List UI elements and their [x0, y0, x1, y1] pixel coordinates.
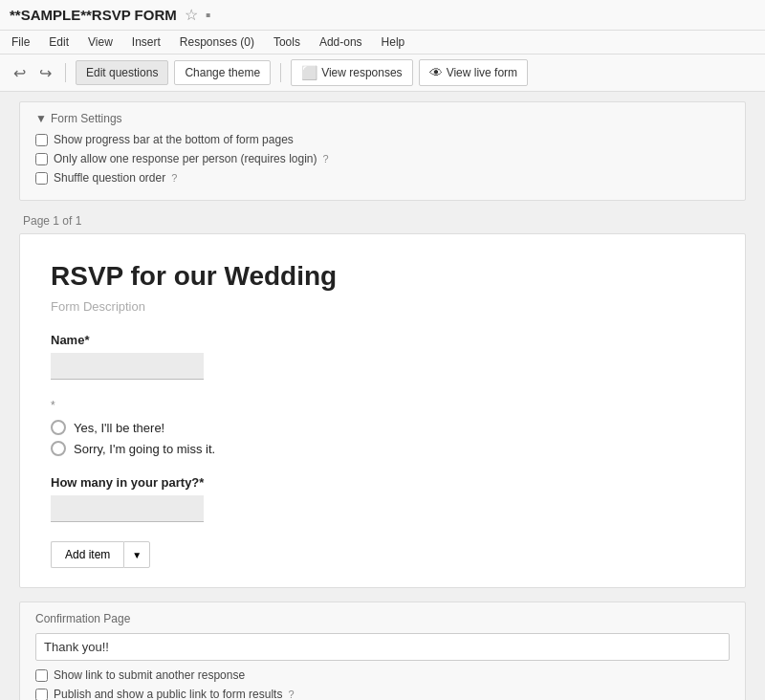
radio-section: * Yes, I'll be there! Sorry, I'm going t…	[51, 399, 714, 456]
main-content: ▼ Form Settings Show progress bar at the…	[0, 92, 765, 700]
form-settings-label: Form Settings	[51, 112, 122, 125]
confirmation-label-1: Show link to submit another response	[54, 668, 245, 682]
view-live-icon: 👁	[429, 65, 443, 80]
settings-option-1: Show progress bar at the bottom of form …	[35, 133, 730, 146]
form-settings-arrow: ▼	[35, 112, 47, 125]
view-live-form-button[interactable]: 👁 View live form	[419, 59, 528, 86]
help-icon-1[interactable]: ?	[322, 153, 328, 164]
confirmation-checkbox-1[interactable]	[35, 669, 48, 682]
toolbar: ↩ ↪ Edit questions Change theme ⬜ View r…	[0, 55, 765, 92]
radio-label: *	[51, 399, 714, 412]
name-label: Name*	[51, 333, 714, 347]
toolbar-divider	[65, 63, 66, 82]
title-text: **SAMPLE**RSVP FORM	[10, 7, 177, 23]
redo-button[interactable]: ↪	[35, 60, 55, 86]
radio-circle-2[interactable]	[51, 441, 66, 456]
settings-label-3: Shuffle question order	[54, 171, 165, 185]
name-input-box	[51, 353, 204, 380]
settings-option-3: Shuffle question order ?	[35, 171, 730, 185]
edit-questions-button[interactable]: Edit questions	[76, 60, 168, 85]
confirmation-checkbox-2[interactable]	[35, 689, 48, 701]
confirmation-panel: Confirmation Page Show link to submit an…	[19, 602, 746, 700]
confirmation-thankyou-input[interactable]	[35, 633, 730, 661]
page-indicator: Page 1 of 1	[19, 214, 746, 228]
help-icon-3[interactable]: ?	[288, 689, 294, 700]
settings-checkbox-3[interactable]	[35, 172, 48, 185]
party-input-box	[51, 495, 204, 522]
toolbar-divider-2	[280, 63, 281, 82]
menu-edit[interactable]: Edit	[47, 33, 71, 52]
form-settings-panel: ▼ Form Settings Show progress bar at the…	[19, 101, 746, 201]
settings-option-2: Only allow one response per person (requ…	[35, 152, 730, 165]
form-description: Form Description	[51, 299, 714, 314]
view-live-label: View live form	[447, 66, 517, 79]
add-item-btn-group: Add item ▼	[51, 541, 714, 568]
menu-tools[interactable]: Tools	[272, 33, 302, 52]
party-required: *	[199, 475, 204, 490]
menu-bar: File Edit View Insert Responses (0) Tool…	[0, 31, 765, 55]
radio-circle-1[interactable]	[51, 420, 66, 435]
radio-option-1: Yes, I'll be there!	[51, 420, 714, 435]
view-responses-label: View responses	[321, 66, 403, 79]
star-icon[interactable]: ☆	[185, 6, 198, 24]
name-field-section: Name*	[51, 333, 714, 380]
radio-text-1: Yes, I'll be there!	[74, 421, 164, 435]
add-item-button[interactable]: Add item	[51, 541, 123, 568]
menu-responses[interactable]: Responses (0)	[178, 33, 256, 52]
party-label: How many in your party?*	[51, 475, 714, 490]
confirmation-option-2: Publish and show a public link to form r…	[35, 688, 730, 700]
confirmation-option-1: Show link to submit another response	[35, 668, 730, 682]
menu-insert[interactable]: Insert	[130, 33, 163, 52]
view-responses-button[interactable]: ⬜ View responses	[291, 59, 413, 86]
radio-text-2: Sorry, I'm going to miss it.	[74, 442, 215, 456]
settings-checkbox-2[interactable]	[35, 153, 48, 165]
help-icon-2[interactable]: ?	[171, 172, 177, 184]
menu-view[interactable]: View	[86, 33, 115, 52]
add-item-dropdown-button[interactable]: ▼	[123, 541, 150, 568]
view-responses-icon: ⬜	[301, 65, 317, 80]
radio-option-2: Sorry, I'm going to miss it.	[51, 441, 714, 456]
confirmation-title: Confirmation Page	[35, 612, 730, 625]
undo-button[interactable]: ↩	[10, 60, 30, 86]
title-bar: **SAMPLE**RSVP FORM ☆ ▪	[0, 0, 765, 31]
menu-addons[interactable]: Add-ons	[317, 33, 364, 52]
party-field-section: How many in your party?*	[51, 475, 714, 522]
dropdown-arrow-icon: ▼	[132, 550, 142, 560]
settings-label-1: Show progress bar at the bottom of form …	[54, 133, 294, 146]
form-settings-title: ▼ Form Settings	[35, 112, 730, 125]
confirmation-label-2: Publish and show a public link to form r…	[54, 688, 282, 700]
menu-help[interactable]: Help	[380, 33, 407, 52]
settings-label-2: Only allow one response per person (requ…	[54, 152, 317, 165]
change-theme-button[interactable]: Change theme	[174, 60, 271, 85]
form-title: RSVP for our Wedding	[51, 261, 714, 292]
name-required: *	[84, 333, 89, 347]
form-card: RSVP for our Wedding Form Description Na…	[19, 233, 746, 588]
settings-checkbox-1[interactable]	[35, 134, 48, 146]
menu-file[interactable]: File	[10, 33, 32, 52]
folder-icon[interactable]: ▪	[206, 7, 211, 24]
